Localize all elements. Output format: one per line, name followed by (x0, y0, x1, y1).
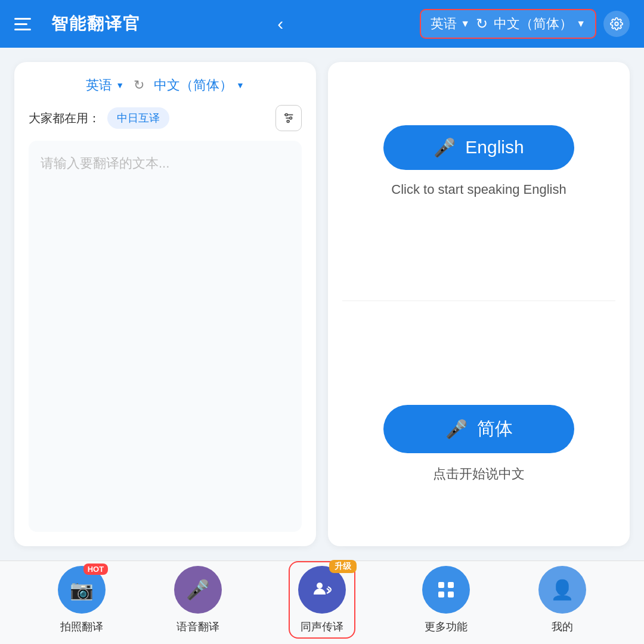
back-button[interactable]: ‹ (273, 14, 288, 34)
left-swap-icon[interactable]: ↻ (134, 78, 144, 93)
app-title: 智能翻译官 (51, 13, 141, 35)
bottom-nav: 📷 HOT 拍照翻译 🎤 语音翻译 升级 同声传译 更多功 (0, 561, 644, 644)
header-swap-icon[interactable]: ↻ (476, 16, 488, 32)
upgrade-badge: 升级 (329, 560, 357, 573)
nav-label-me: 我的 (552, 620, 573, 634)
popular-tag[interactable]: 中日互译 (107, 107, 169, 129)
nav-icon-voice: 🎤 (174, 566, 222, 614)
header-lang-to-arrow: ▼ (576, 18, 586, 29)
text-input[interactable]: 请输入要翻译的文本... (29, 141, 302, 532)
nav-label-simultaneous: 同声传译 (301, 620, 343, 634)
left-lang-to[interactable]: 中文（简体） ▼ (154, 76, 244, 94)
svg-rect-11 (448, 592, 454, 597)
header-right: 英语 ▼ ↻ 中文（简体） ▼ (420, 9, 630, 39)
left-lang-switcher: 英语 ▼ ↻ 中文（简体） ▼ (29, 76, 302, 94)
header-lang-from-arrow: ▼ (460, 18, 470, 29)
mic-icon-english: 🎤 (434, 137, 456, 158)
main-content: 英语 ▼ ↻ 中文（简体） ▼ 大家都在用： 中日互译 (0, 48, 644, 561)
english-voice-button[interactable]: 🎤 English (383, 125, 574, 170)
svg-point-6 (287, 120, 289, 123)
english-voice-label: English (465, 137, 524, 157)
nav-label-more: 更多功能 (425, 620, 467, 634)
divider (342, 301, 615, 301)
chinese-voice-button[interactable]: 🎤 简体 (383, 405, 574, 453)
svg-point-5 (290, 117, 292, 119)
nav-icon-simultaneous (298, 566, 346, 614)
menu-icon[interactable] (14, 11, 39, 36)
nav-item-simultaneous[interactable]: 升级 同声传译 (290, 562, 354, 637)
chinese-voice-hint: 点击开始说中文 (433, 465, 525, 483)
filter-icon[interactable] (275, 105, 302, 131)
header: 智能翻译官 ‹ 英语 ▼ ↻ 中文（简体） ▼ (0, 0, 644, 48)
svg-rect-9 (448, 582, 454, 588)
nav-item-more[interactable]: 更多功能 (422, 566, 470, 634)
nav-item-photo[interactable]: 📷 HOT 拍照翻译 (58, 566, 106, 634)
header-lang-to[interactable]: 中文（简体） ▼ (494, 15, 586, 33)
input-placeholder: 请输入要翻译的文本... (41, 156, 169, 171)
settings-icon[interactable] (603, 11, 630, 37)
chinese-voice-label: 简体 (477, 417, 513, 441)
right-panel: 🎤 English Click to start speaking Englis… (328, 62, 630, 546)
svg-point-4 (286, 114, 288, 116)
popular-label: 大家都在用： (29, 110, 100, 126)
nav-label-voice: 语音翻译 (177, 620, 219, 634)
left-lang-from-arrow: ▼ (116, 80, 124, 90)
nav-icon-me: 👤 (538, 566, 586, 614)
english-voice-hint: Click to start speaking English (391, 182, 566, 197)
nav-icon-more (422, 566, 470, 614)
header-left: 智能翻译官 (14, 11, 141, 36)
popular-row: 大家都在用： 中日互译 (29, 105, 302, 131)
left-lang-to-arrow: ▼ (236, 80, 244, 90)
chinese-voice-section: 🎤 简体 点击开始说中文 (342, 405, 615, 483)
nav-item-me[interactable]: 👤 我的 (538, 566, 586, 634)
svg-rect-8 (438, 582, 444, 588)
english-voice-section: 🎤 English Click to start speaking Englis… (342, 125, 615, 197)
svg-point-7 (317, 583, 323, 589)
hot-badge: HOT (83, 564, 108, 575)
svg-rect-10 (438, 592, 444, 597)
left-panel: 英语 ▼ ↻ 中文（简体） ▼ 大家都在用： 中日互译 (14, 62, 316, 546)
nav-label-photo: 拍照翻译 (60, 620, 103, 634)
header-lang-switcher[interactable]: 英语 ▼ ↻ 中文（简体） ▼ (420, 9, 596, 39)
nav-item-voice[interactable]: 🎤 语音翻译 (174, 566, 222, 634)
left-lang-from[interactable]: 英语 ▼ (86, 76, 124, 94)
header-lang-from[interactable]: 英语 ▼ (431, 15, 470, 33)
mic-icon-chinese: 🎤 (445, 419, 467, 439)
svg-point-0 (615, 22, 618, 26)
